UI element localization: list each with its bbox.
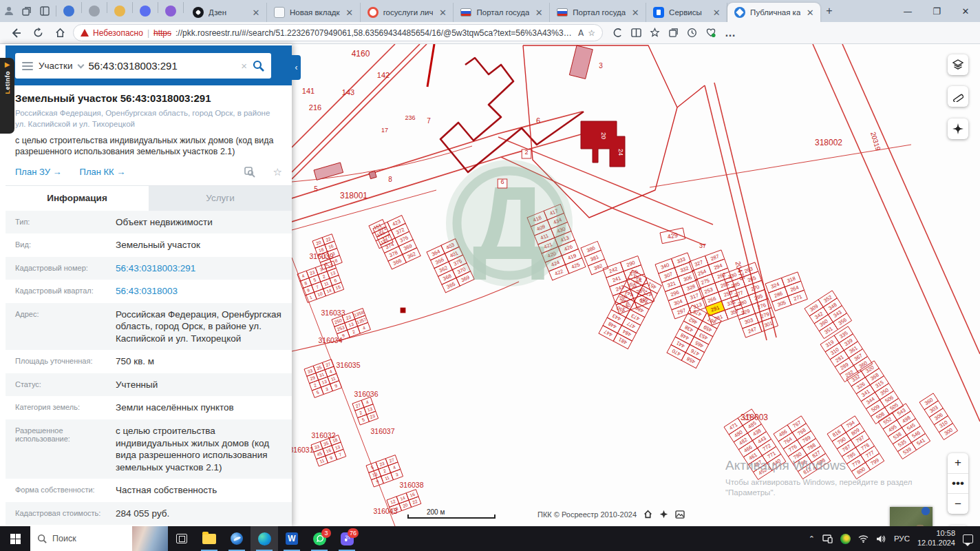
zoom-in-button[interactable]: + [948, 453, 968, 473]
taskbar-search-box[interactable]: Поиск [30, 526, 168, 551]
browser-tab-7[interactable]: Публичная ка✕ [727, 3, 820, 22]
measure-ruler-button[interactable] [948, 86, 968, 107]
connect-display-icon[interactable] [822, 534, 833, 543]
back-icon[interactable] [7, 24, 25, 42]
panel-collapse-chevron[interactable]: ‹ [292, 55, 301, 80]
clock[interactable]: 10:58 12.01.2024 [917, 529, 955, 548]
refresh-icon[interactable] [29, 24, 47, 42]
notification-center-icon[interactable] [963, 534, 973, 543]
browser-tab-1[interactable]: Дзен✕ [186, 3, 267, 22]
map-canvas[interactable]: 3714233773723743763783693663623644033664… [292, 44, 980, 526]
parcel-block[interactable]: 386381392 [581, 241, 608, 275]
volume-icon[interactable] [876, 534, 886, 543]
antivirus-icon[interactable] [840, 534, 851, 544]
tab-close-icon[interactable]: ✕ [712, 8, 721, 18]
menu-hamburger-icon[interactable] [22, 62, 33, 70]
parcel-block[interactable]: 319335310339281361289367292360 [820, 326, 873, 382]
language-indicator[interactable]: РУС [894, 534, 910, 543]
photos-taskbar-icon[interactable] [223, 526, 251, 551]
browser-essentials-icon[interactable] [705, 28, 716, 38]
profile-avatar-icon[interactable] [0, 3, 18, 19]
task-view-taskbar-icon[interactable] [168, 526, 195, 551]
minimize-button[interactable]: — [893, 0, 922, 22]
tab-close-icon[interactable]: ✕ [805, 8, 815, 18]
building-footprint[interactable] [581, 121, 625, 167]
new-tab-button[interactable]: + [826, 5, 832, 17]
letinfo-extension-ribbon[interactable]: ▶ LetInfo [0, 58, 14, 134]
split-screen-icon[interactable] [631, 28, 641, 38]
search-field[interactable]: Участки × [15, 53, 271, 79]
parcel-block[interactable]: 5232713249113 [366, 455, 403, 487]
wifi-icon[interactable] [858, 534, 869, 543]
browser-tab-4[interactable]: Портал госуда✕ [454, 3, 550, 22]
parcel-block[interactable]: 3335184516131197 [311, 435, 346, 466]
zoom-options-button[interactable]: ••• [948, 473, 968, 494]
building-footprint[interactable] [314, 163, 343, 180]
security-label[interactable]: Небезопасно [93, 28, 143, 38]
tab-close-icon[interactable]: ✕ [534, 8, 544, 18]
search-icon[interactable] [253, 60, 264, 72]
search-highlight-photo[interactable] [132, 526, 168, 551]
parcel-block[interactable]: 4474484434504464444594454814844774734864… [599, 270, 661, 349]
collections-icon[interactable] [668, 28, 679, 38]
vertical-tabs-icon[interactable] [36, 3, 54, 19]
pinned-tab-blue-globe[interactable] [58, 2, 79, 20]
address-bar[interactable]: Небезопасно | https ://pkk.rosreestr.ru/… [73, 24, 603, 41]
building-footprint[interactable] [369, 171, 376, 179]
search-category-dropdown[interactable]: Участки [39, 61, 73, 71]
building-footprint[interactable] [569, 45, 593, 79]
pinned-tab-purple[interactable] [160, 2, 181, 20]
browser-tab-5[interactable]: Портал госуда✕ [550, 3, 646, 22]
parcel-block[interactable]: 324318286264305271 [765, 272, 807, 311]
close-button[interactable]: ✕ [951, 0, 980, 22]
pinned-tab-gray[interactable] [84, 2, 105, 20]
viber-taskbar-icon[interactable]: 76 [333, 526, 361, 551]
tab-close-icon[interactable]: ✕ [251, 8, 261, 18]
basemap-icon[interactable] [675, 510, 685, 519]
copilot-icon[interactable] [612, 28, 623, 38]
search-input[interactable] [89, 60, 236, 72]
parcel-block[interactable]: 274213523 [352, 397, 379, 425]
parcel-block[interactable]: 552543495498538545535546539541 [878, 404, 930, 459]
home-icon[interactable] [51, 24, 69, 42]
start-button[interactable] [0, 526, 30, 551]
read-aloud-icon[interactable]: A [578, 28, 584, 38]
chevron-down-icon[interactable] [77, 61, 84, 68]
edge-taskbar-icon[interactable] [251, 526, 278, 551]
settings-more-icon[interactable]: … [725, 27, 736, 39]
zoom-out-button[interactable]: − [948, 493, 968, 514]
browser-tab-6[interactable]: Сервисы✕ [646, 3, 727, 22]
url-text[interactable]: ://pkk.rosreestr.ru/#/search/51.22326707… [175, 28, 574, 38]
hidden-icons-chevron[interactable]: ⌃ [809, 534, 815, 543]
plan-zu-link[interactable]: План ЗУ → [15, 167, 62, 177]
plan-kk-link[interactable]: План КК → [80, 167, 126, 177]
explorer-taskbar-icon[interactable] [195, 526, 223, 551]
word-taskbar-icon[interactable]: W [278, 526, 306, 551]
parcel-block[interactable]: 42331285213971161101415 [297, 261, 344, 302]
panel-tab-информация[interactable]: Информация [6, 186, 149, 211]
browser-tab-2[interactable]: Новая вкладк✕ [267, 3, 361, 22]
parcel-block[interactable]: 332320326368341315344350509506508505 [846, 361, 904, 424]
cadastral-map[interactable]: 3714233773723743763783693663623644033664… [292, 44, 980, 526]
tab-close-icon[interactable]: ✕ [438, 8, 447, 18]
clear-search-icon[interactable]: × [241, 60, 247, 72]
maximize-button[interactable]: ❐ [922, 0, 951, 22]
search-document-icon[interactable] [244, 167, 255, 178]
favorite-parcel-star-icon[interactable]: ☆ [273, 166, 282, 178]
history-icon[interactable] [687, 28, 697, 38]
panel-tab-услуги[interactable]: Услуги [149, 186, 292, 211]
center-map-icon[interactable] [659, 510, 668, 519]
whatsapp-taskbar-icon[interactable]: 3 [306, 526, 333, 551]
row-value[interactable]: 56:43:0318003 [116, 285, 292, 298]
pinned-tab-multicolor[interactable] [109, 2, 130, 20]
favorites-icon[interactable] [650, 28, 660, 38]
tab-actions-icon[interactable] [18, 3, 36, 19]
home-map-icon[interactable] [643, 510, 652, 519]
tab-close-icon[interactable]: ✕ [630, 8, 640, 18]
pinned-tab-blue-diamond[interactable] [135, 2, 156, 20]
browser-tab-3[interactable]: госуслуги лич✕ [361, 3, 454, 22]
row-value[interactable]: 56:43:0318003:291 [116, 262, 292, 275]
locate-button[interactable] [948, 118, 968, 139]
tab-close-icon[interactable]: ✕ [345, 8, 354, 18]
building-footprint[interactable] [401, 308, 405, 313]
